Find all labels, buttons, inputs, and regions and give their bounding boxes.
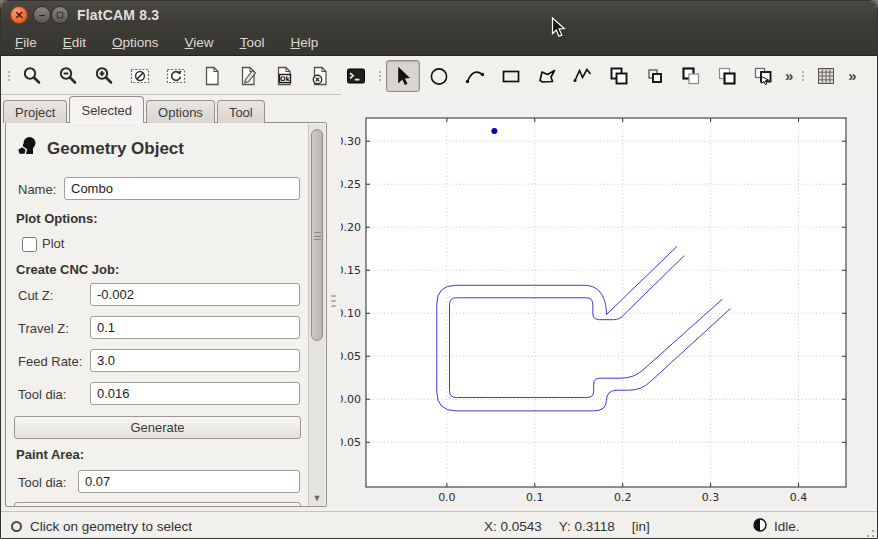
panel-scrollbar-thumb[interactable]	[311, 129, 323, 341]
window-resize-grip[interactable]	[863, 526, 875, 538]
y-tick-label: 0.25	[341, 178, 361, 191]
plot-canvas[interactable]: 0.00.10.20.30.4-0.050.000.050.100.150.20…	[341, 94, 878, 511]
plot-options-label: Plot Options:	[16, 211, 98, 226]
minimize-button[interactable]: –	[33, 6, 51, 24]
menu-options[interactable]: Options	[112, 35, 159, 50]
menu-tool[interactable]: Tool	[240, 35, 265, 50]
edit-save-button[interactable]	[231, 60, 265, 92]
menu-view[interactable]: View	[185, 35, 214, 50]
plot-figure[interactable]: 0.00.10.20.30.4-0.050.000.050.100.150.20…	[341, 94, 878, 511]
window-chrome: ✕ – ▢ FlatCAM 8.3 FileEditOptionsViewToo…	[1, 1, 877, 56]
titlebar[interactable]: ✕ – ▢ FlatCAM 8.3	[1, 1, 877, 29]
subtract-icon	[680, 65, 702, 87]
union-button[interactable]	[602, 60, 636, 92]
draw-rectangle-button[interactable]	[494, 60, 528, 92]
new-project-button[interactable]	[195, 60, 229, 92]
plot-checkbox[interactable]	[22, 237, 37, 252]
snap-grid-icon	[815, 65, 837, 87]
close-button[interactable]: ✕	[10, 6, 28, 24]
window-title: FlatCAM 8.3	[77, 7, 159, 23]
toolbar-overflow-chevron-icon[interactable]: »	[781, 67, 797, 84]
panel-scrollbar[interactable]: ▼	[308, 124, 325, 507]
cut-button[interactable]	[710, 60, 744, 92]
tab-project[interactable]: Project	[3, 100, 67, 123]
draw-arc-button[interactable]	[458, 60, 492, 92]
union-icon	[608, 65, 630, 87]
import-ok-icon: Ok	[273, 65, 295, 87]
svg-text:Ok: Ok	[280, 74, 291, 82]
zoom-in-button[interactable]	[87, 60, 121, 92]
menu-file[interactable]: File	[15, 35, 37, 50]
shell-icon	[345, 65, 367, 87]
tool-dia-label: Tool dia:	[18, 387, 66, 402]
plot-checkbox-label[interactable]: Plot	[42, 236, 64, 251]
y-tick-label: -0.05	[341, 436, 361, 449]
status-units: [in]	[632, 519, 650, 534]
x-tick-label: 0.2	[614, 491, 632, 504]
toolbar: Ok»»	[1, 57, 877, 95]
intersection-button[interactable]	[638, 60, 672, 92]
clear-plot-icon	[129, 65, 151, 87]
transform-icon	[752, 65, 774, 87]
splitter-grip-icon	[331, 295, 337, 307]
scrollbar-down-arrow-icon[interactable]: ▼	[310, 491, 324, 505]
feed-rate-input[interactable]	[90, 349, 300, 372]
snap-grid-button[interactable]	[809, 60, 843, 92]
zoom-out-icon	[57, 65, 79, 87]
geometry-object-icon	[16, 136, 38, 162]
y-tick-label: 0.30	[341, 135, 361, 148]
zoom-fit-button[interactable]	[15, 60, 49, 92]
feed-rate-label: Feed Rate:	[18, 354, 82, 369]
geometry-point-marker[interactable]	[491, 128, 497, 134]
zoom-out-button[interactable]	[51, 60, 85, 92]
tool-dia-input[interactable]	[90, 382, 300, 405]
maximize-button[interactable]: ▢	[51, 6, 69, 24]
toolbar-handle[interactable]	[5, 65, 12, 87]
x-tick-label: 0.1	[526, 491, 544, 504]
cut-z-input[interactable]	[90, 283, 300, 306]
draw-circle-button[interactable]	[422, 60, 456, 92]
tab-bar: Project Selected Options Tool	[3, 96, 267, 123]
y-tick-label: 0.20	[341, 221, 361, 234]
status-state: Idle.	[774, 519, 800, 534]
status-x-coordinate: X: 0.0543	[484, 519, 542, 534]
panel-splitter[interactable]	[328, 95, 340, 507]
import-ok-button[interactable]: Ok	[267, 60, 301, 92]
y-tick-label: 0.00	[341, 393, 361, 406]
travel-z-label: Travel Z:	[18, 321, 69, 336]
select-button[interactable]	[386, 60, 420, 92]
tab-selected[interactable]: Selected	[69, 96, 144, 123]
paint-area-label: Paint Area:	[16, 447, 84, 462]
paint-tool-dia-input[interactable]	[78, 470, 300, 493]
draw-polyline-button[interactable]	[566, 60, 600, 92]
create-cnc-job-label: Create CNC Job:	[16, 262, 119, 277]
draw-polygon-button[interactable]	[530, 60, 564, 92]
x-tick-label: 0.0	[438, 491, 456, 504]
menu-edit[interactable]: Edit	[63, 35, 86, 50]
edit-save-icon	[237, 65, 259, 87]
paint-generate-button-clipped[interactable]	[14, 502, 301, 507]
tab-options[interactable]: Options	[146, 100, 215, 123]
toolbar-handle[interactable]	[799, 65, 806, 87]
menu-help[interactable]: Help	[290, 35, 318, 50]
y-tick-label: 0.10	[341, 307, 361, 320]
replot-button[interactable]	[159, 60, 193, 92]
subtract-button[interactable]	[674, 60, 708, 92]
name-input[interactable]	[64, 177, 300, 200]
travel-z-input[interactable]	[90, 316, 300, 339]
select-icon	[392, 65, 414, 87]
status-y-coordinate: Y: 0.3118	[559, 519, 615, 534]
idle-indicator-icon	[753, 518, 767, 535]
toolbar-handle[interactable]	[376, 65, 383, 87]
tab-tool[interactable]: Tool	[217, 100, 265, 123]
menubar: FileEditOptionsViewToolHelp	[1, 29, 318, 56]
shell-button[interactable]	[339, 60, 373, 92]
transform-button[interactable]	[746, 60, 780, 92]
toolbar-overflow-chevron-icon[interactable]: »	[844, 67, 860, 84]
replot-icon	[165, 65, 187, 87]
generate-button[interactable]: Generate	[14, 416, 301, 439]
paint-tool-dia-label: Tool dia:	[18, 475, 66, 490]
mouse-cursor-icon	[551, 17, 566, 43]
clear-plot-button[interactable]	[123, 60, 157, 92]
delete-object-button[interactable]	[303, 60, 337, 92]
